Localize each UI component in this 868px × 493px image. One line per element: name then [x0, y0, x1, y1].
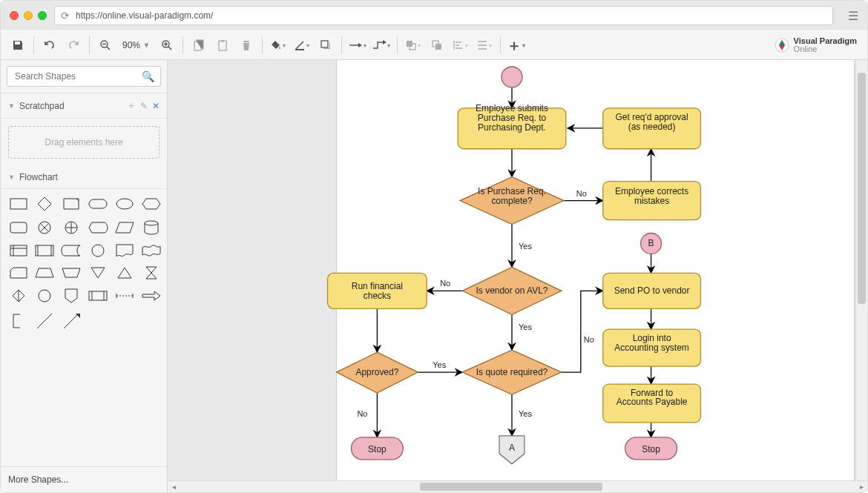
- chevron-down-icon: ▼: [143, 42, 150, 49]
- shape-terminator[interactable]: [88, 196, 108, 211]
- shape-offpage[interactable]: [62, 288, 81, 303]
- node-label: A: [509, 443, 515, 453]
- shape-predefined[interactable]: [35, 244, 54, 257]
- distribute-button[interactable]: ▾: [473, 35, 496, 56]
- node-label: Stop: [368, 444, 387, 454]
- horizontal-scrollbar[interactable]: ◂ ▸: [168, 480, 867, 492]
- delete-button[interactable]: [235, 35, 257, 56]
- shape-offpage-diamond[interactable]: [10, 288, 27, 303]
- svg-text:Approved?: Approved?: [355, 367, 398, 377]
- shape-merge-lines[interactable]: [115, 288, 134, 303]
- shape-diamond[interactable]: [35, 196, 54, 211]
- scratchpad-dropzone[interactable]: Drag elements here: [8, 126, 160, 159]
- paste-button[interactable]: [211, 35, 234, 56]
- scratchpad-header[interactable]: ▼ Scratchpad ＋ ✎ ✕: [1, 93, 167, 119]
- shape-crossed-circle[interactable]: [35, 220, 54, 235]
- vertical-scrollbar[interactable]: [855, 60, 867, 480]
- shape-tape[interactable]: [142, 244, 161, 257]
- save-button[interactable]: [7, 35, 29, 56]
- shadow-button[interactable]: [315, 35, 337, 56]
- more-shapes-button[interactable]: More Shapes...: [1, 466, 167, 492]
- scrollbar-thumb[interactable]: [858, 73, 866, 304]
- svg-point-18: [145, 221, 158, 225]
- chevron-down-icon: ▼: [8, 102, 15, 110]
- search-input-wrap[interactable]: 🔍: [7, 66, 161, 87]
- shape-circle[interactable]: [88, 244, 108, 257]
- shape-triangle-up[interactable]: [115, 266, 134, 279]
- shape-circle2[interactable]: [35, 288, 54, 303]
- node-label: B: [648, 238, 654, 248]
- shape-hourglass[interactable]: [142, 266, 161, 279]
- shape-annotation[interactable]: [10, 312, 27, 330]
- node-label: Stop: [642, 444, 660, 454]
- redo-button[interactable]: [62, 35, 85, 56]
- undo-button[interactable]: [39, 35, 61, 56]
- shape-display[interactable]: [88, 220, 108, 235]
- zoom-in-button[interactable]: [156, 35, 178, 56]
- shape-internal-storage[interactable]: [10, 244, 27, 257]
- menu-icon[interactable]: ☰: [848, 9, 858, 23]
- waypoint-style-button[interactable]: ▾: [370, 35, 392, 56]
- shape-rectangle[interactable]: [10, 196, 27, 211]
- shape-line[interactable]: [35, 312, 54, 330]
- reload-icon[interactable]: ⟳: [61, 10, 70, 21]
- shape-delay[interactable]: [88, 288, 108, 303]
- separator: [262, 36, 263, 54]
- shape-card[interactable]: [10, 266, 27, 279]
- canvas[interactable]: .proc{fill:#f7e07d;stroke:#b08f2a;stroke…: [168, 60, 867, 492]
- svg-rect-5: [295, 49, 304, 50]
- shape-triangle-down[interactable]: [88, 266, 108, 279]
- brand-logo: Visual Paradigm Online: [775, 37, 857, 53]
- copy-button[interactable]: [188, 35, 210, 56]
- shape-stored-data[interactable]: [62, 244, 81, 257]
- scroll-left-icon[interactable]: ◂: [168, 481, 180, 492]
- shape-cylinder[interactable]: [142, 220, 161, 235]
- maximize-window-icon[interactable]: [38, 11, 47, 20]
- connector-style-button[interactable]: ▾: [346, 35, 369, 56]
- shapes-sidebar: 🔍 ▼ Scratchpad ＋ ✎ ✕ Drag elements here …: [1, 60, 168, 492]
- to-front-button[interactable]: ▾: [402, 35, 424, 56]
- zoom-text: 90%: [122, 40, 140, 50]
- shape-ellipse[interactable]: [115, 196, 134, 211]
- line-color-button[interactable]: ▾: [291, 35, 313, 56]
- svg-point-21: [92, 245, 104, 257]
- edge-label: No: [576, 189, 587, 198]
- editor-toolbar: 90% ▼ ▾ ▾ ▾ ▾: [1, 30, 867, 60]
- shape-parallelogram[interactable]: [115, 220, 134, 235]
- add-icon[interactable]: ＋: [127, 99, 136, 112]
- svg-rect-6: [321, 41, 328, 47]
- close-icon[interactable]: ✕: [152, 101, 160, 111]
- svg-rect-15: [10, 222, 27, 233]
- close-window-icon[interactable]: [10, 11, 19, 20]
- svg-rect-24: [560, 282, 605, 297]
- edit-icon[interactable]: ✎: [140, 101, 148, 111]
- app-window: ⟳ https://online.visual-paradigm.com/ ☰ …: [0, 0, 868, 493]
- flowchart-diagram: .proc{fill:#f7e07d;stroke:#b08f2a;stroke…: [168, 60, 867, 492]
- shape-search: 🔍: [1, 60, 167, 93]
- shape-arrow[interactable]: [142, 288, 161, 303]
- shape-hexagon[interactable]: [142, 196, 161, 211]
- zoom-out-button[interactable]: [94, 35, 116, 56]
- align-button[interactable]: ▾: [450, 35, 472, 56]
- search-input[interactable]: [13, 70, 137, 82]
- shape-arrow-line[interactable]: [62, 312, 81, 330]
- more-shapes-label: More Shapes...: [8, 474, 68, 485]
- node-start[interactable]: [502, 67, 522, 87]
- fill-color-button[interactable]: ▾: [267, 35, 289, 56]
- shape-document[interactable]: [115, 244, 134, 257]
- svg-rect-13: [89, 199, 107, 208]
- minimize-window-icon[interactable]: [24, 11, 33, 20]
- shape-plus-circle[interactable]: [62, 220, 81, 235]
- scroll-right-icon[interactable]: ▸: [855, 481, 867, 492]
- shape-trapezoid[interactable]: [35, 266, 54, 279]
- svg-text:Is vendor on AVL?: Is vendor on AVL?: [476, 285, 548, 296]
- address-bar[interactable]: ⟳ https://online.visual-paradigm.com/: [54, 6, 833, 25]
- insert-button[interactable]: ＋▾: [505, 35, 527, 56]
- to-back-button[interactable]: [426, 35, 448, 56]
- flowchart-header[interactable]: ▼ Flowchart: [1, 166, 167, 189]
- zoom-level[interactable]: 90% ▼: [118, 40, 154, 50]
- scrollbar-thumb[interactable]: [420, 483, 602, 491]
- shape-manual-op[interactable]: [62, 266, 81, 279]
- shape-page[interactable]: [62, 196, 81, 211]
- shape-roundrect[interactable]: [10, 220, 27, 235]
